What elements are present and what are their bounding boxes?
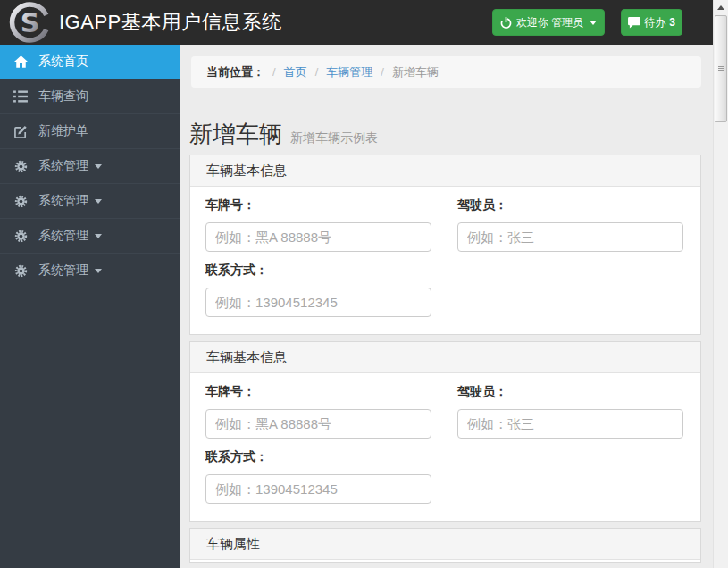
form-field: 驾驶员： bbox=[457, 198, 683, 252]
form-field: 驾驶员： bbox=[457, 385, 683, 439]
gear-icon bbox=[13, 194, 28, 208]
field-label: 联系方式： bbox=[205, 263, 431, 277]
gear-icon bbox=[13, 229, 28, 243]
sidebar-item-list-1[interactable]: 车辆查询 bbox=[0, 79, 180, 114]
sidebar: 系统首页 车辆查询 新维护单 系统管理 系统管理 系统管理 系统管理 bbox=[0, 45, 180, 568]
chevron-down-icon bbox=[95, 164, 102, 169]
app-title: IGAPP基本用户信息系统 bbox=[59, 9, 282, 36]
breadcrumb-separator: / bbox=[315, 65, 319, 79]
field-label: 车牌号： bbox=[205, 385, 431, 398]
list-icon bbox=[13, 89, 28, 104]
breadcrumb-item[interactable]: 首页 bbox=[284, 65, 307, 79]
home-icon bbox=[13, 54, 28, 69]
panel-header: 车辆属性 bbox=[190, 529, 700, 560]
sidebar-item-label: 系统管理 bbox=[38, 193, 88, 209]
form-field: 车牌号： bbox=[205, 385, 431, 439]
power-icon bbox=[500, 17, 512, 29]
top-header-bar: S IGAPP基本用户信息系统 欢迎你 管理员 待办 3 bbox=[0, 0, 713, 45]
todo-count-badge: 3 bbox=[669, 16, 675, 29]
breadcrumb-label: 当前位置： bbox=[206, 64, 264, 80]
form-panel: 车辆基本信息 车牌号： 驾驶员： 联系方式： bbox=[189, 341, 701, 522]
gear-icon bbox=[13, 159, 28, 173]
chevron-down-icon bbox=[95, 269, 102, 273]
app-logo: S bbox=[8, 1, 52, 44]
scrollbar-thumb[interactable] bbox=[715, 15, 727, 122]
scrollbar-grip bbox=[718, 66, 724, 71]
main-content: 当前位置： /首页/车辆管理/新增车辆 新增车辆 新增车辆示例表 车辆基本信息 … bbox=[180, 45, 713, 568]
comment-icon bbox=[628, 17, 640, 29]
edit-icon bbox=[13, 124, 28, 138]
welcome-user-button[interactable]: 欢迎你 管理员 bbox=[492, 9, 605, 36]
todo-label: 待办 bbox=[644, 15, 665, 30]
todo-button[interactable]: 待办 3 bbox=[621, 9, 682, 36]
field-label: 驾驶员： bbox=[457, 198, 683, 212]
chevron-down-icon bbox=[95, 199, 102, 204]
form-field: 联系方式： bbox=[205, 450, 431, 504]
sidebar-item-label: 新维护单 bbox=[38, 123, 88, 139]
sidebar-item-gear-4[interactable]: 系统管理 bbox=[0, 184, 180, 219]
panel-title: 车辆基本信息 bbox=[206, 163, 287, 180]
form-panel: 车辆属性 bbox=[189, 528, 701, 563]
gear-icon bbox=[13, 263, 28, 278]
sidebar-item-edit-2[interactable]: 新维护单 bbox=[0, 114, 180, 149]
sidebar-item-label: 系统首页 bbox=[38, 54, 88, 70]
sidebar-item-label: 系统管理 bbox=[38, 158, 88, 174]
panel-header: 车辆基本信息 bbox=[190, 155, 700, 187]
panel-title: 车辆基本信息 bbox=[206, 349, 287, 366]
breadcrumb-item: 新增车辆 bbox=[392, 65, 439, 79]
sidebar-item-gear-3[interactable]: 系统管理 bbox=[0, 149, 180, 184]
field-input[interactable] bbox=[457, 409, 683, 439]
sidebar-item-label: 车辆查询 bbox=[38, 88, 88, 104]
welcome-user-label: 欢迎你 管理员 bbox=[516, 15, 583, 30]
field-input[interactable] bbox=[205, 288, 431, 317]
breadcrumb-separator: / bbox=[381, 65, 384, 79]
field-label: 联系方式： bbox=[205, 450, 431, 464]
sidebar-item-gear-5[interactable]: 系统管理 bbox=[0, 219, 180, 254]
panel-title: 车辆属性 bbox=[206, 536, 260, 553]
breadcrumb-item[interactable]: 车辆管理 bbox=[326, 65, 372, 79]
form-field: 联系方式： bbox=[205, 263, 431, 317]
breadcrumb-separator: / bbox=[272, 65, 276, 79]
chevron-down-icon bbox=[95, 234, 102, 238]
field-label: 驾驶员： bbox=[457, 385, 683, 398]
sidebar-item-label: 系统管理 bbox=[38, 263, 88, 279]
vertical-scrollbar[interactable] bbox=[713, 0, 728, 568]
sidebar-item-label: 系统管理 bbox=[38, 228, 88, 244]
field-input[interactable] bbox=[205, 409, 431, 439]
form-field: 车牌号： bbox=[205, 198, 431, 252]
field-input[interactable] bbox=[205, 222, 431, 252]
panel-header: 车辆基本信息 bbox=[190, 342, 700, 373]
arrow-up-icon bbox=[717, 5, 724, 10]
scrollbar-up-button[interactable] bbox=[714, 0, 728, 15]
page-title: 新增车辆 bbox=[189, 121, 282, 147]
field-input[interactable] bbox=[205, 474, 431, 504]
sidebar-item-gear-6[interactable]: 系统管理 bbox=[0, 254, 180, 288]
svg-text:S: S bbox=[21, 7, 40, 38]
form-panel: 车辆基本信息 车牌号： 驾驶员： 联系方式： bbox=[189, 155, 701, 335]
page-subtitle: 新增车辆示例表 bbox=[290, 130, 378, 146]
sidebar-item-home-0[interactable]: 系统首页 bbox=[0, 45, 180, 79]
breadcrumb: 当前位置： /首页/车辆管理/新增车辆 bbox=[191, 56, 701, 88]
field-label: 车牌号： bbox=[205, 198, 431, 212]
field-input[interactable] bbox=[457, 222, 683, 252]
chevron-down-icon bbox=[590, 21, 597, 25]
